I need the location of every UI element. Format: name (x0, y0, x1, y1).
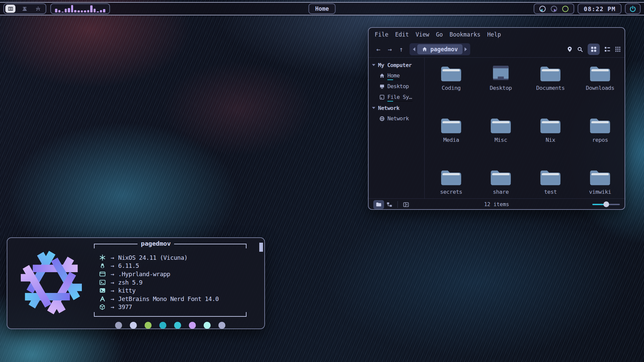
visualizer-bar (65, 9, 67, 12)
kernel-penguin-icon (100, 263, 105, 269)
fetch-value: .Hyprland-wrapp (118, 270, 170, 278)
frame-line (97, 244, 138, 244)
folder-icon (490, 168, 511, 186)
back-button[interactable]: ← (373, 44, 384, 55)
zoom-slider-knob[interactable] (603, 201, 609, 207)
breadcrumb-current[interactable]: pagedmov (417, 44, 463, 54)
fetch-line-packages: → 3977 (99, 303, 247, 311)
arrow-glyph: → (111, 279, 114, 286)
up-button[interactable]: ↑ (395, 44, 407, 55)
palette-dot (130, 322, 137, 329)
arrow-glyph: → (111, 287, 114, 294)
palette-dot (204, 322, 211, 329)
folder-label: Desktop (490, 85, 512, 91)
compact-view-icon (604, 46, 610, 52)
path-scroll-left-icon[interactable] (413, 47, 415, 51)
icon-view-button[interactable] (588, 44, 600, 55)
sidebar-section-my-computer[interactable]: My Computer (369, 60, 424, 70)
folder-label: test (544, 189, 557, 195)
power-icon (629, 5, 636, 12)
fetch-value: 3977 (118, 303, 132, 310)
thumbnail-view-button[interactable] (615, 47, 621, 52)
home-icon (379, 73, 385, 78)
folder-item[interactable]: Desktop (476, 60, 526, 112)
menu-bar: File Edit View Go Bookmarks Help (369, 28, 625, 41)
status-bar: 12 items (369, 198, 625, 210)
fetch-line-kernel: → 6.11.5 (99, 262, 247, 270)
window-manager-icon (99, 271, 106, 277)
location-pin-icon (567, 46, 573, 52)
folder-label: Documents (536, 85, 565, 91)
folder-label: Nix (546, 137, 555, 143)
menu-go[interactable]: Go (433, 30, 446, 39)
palette-dot (174, 322, 181, 329)
visualizer-bar (94, 9, 96, 12)
menu-edit[interactable]: Edit (392, 30, 412, 39)
compact-view-button[interactable] (604, 46, 610, 52)
arrow-glyph: → (111, 254, 114, 261)
section-label: Network (378, 105, 399, 111)
fastfetch-output: pagedmov → NixOS 24.11 (Vicuna) → 6.11.5 (94, 244, 247, 329)
visualizer-bar (74, 10, 76, 12)
folder-label: Misc (494, 137, 507, 143)
terminal-cursor (259, 243, 263, 252)
toolbar: ← → ↑ pagedmov (369, 41, 625, 58)
sidebar-item-filesystem[interactable]: File Sy… (369, 92, 424, 103)
folder-icon (441, 168, 462, 186)
fetch-footer-frame (94, 312, 247, 317)
breadcrumb-label: pagedmov (430, 46, 458, 53)
toolbar-right (567, 44, 621, 55)
workspace-switcher (3, 3, 46, 14)
search-button[interactable] (577, 47, 583, 52)
nixos-logo (15, 247, 87, 318)
section-label: My Computer (378, 62, 412, 68)
frame-corner (94, 244, 97, 248)
folder-item[interactable]: repos (575, 112, 625, 164)
terminal-window[interactable]: pagedmov → NixOS 24.11 (Vicuna) → 6.11.5 (7, 237, 265, 329)
visualizer-bar (103, 9, 105, 12)
location-pin-button[interactable] (567, 46, 573, 52)
power-button[interactable] (625, 3, 641, 14)
folder-item[interactable]: Media (426, 112, 476, 164)
frame-corner (243, 244, 247, 248)
palette-dot (159, 322, 166, 329)
visualizer-bar (77, 10, 80, 12)
audio-visualizer (50, 3, 110, 14)
zoom-slider[interactable] (592, 201, 620, 207)
expander-icon[interactable] (372, 64, 375, 66)
menu-file[interactable]: File (371, 30, 392, 39)
folder-label: secrets (440, 189, 462, 195)
desktop-icon (379, 84, 385, 89)
palette-dot (115, 322, 122, 329)
search-icon (577, 47, 583, 52)
folder-item[interactable]: Documents (526, 60, 575, 112)
forward-button[interactable]: → (384, 44, 395, 55)
folder-item[interactable]: Downloads (575, 60, 625, 112)
sidebar-item-desktop[interactable]: Desktop (369, 81, 424, 92)
arrow-glyph: → (111, 262, 114, 269)
workspace-5[interactable] (20, 5, 29, 13)
font-icon (99, 296, 106, 302)
folder-item[interactable]: Coding (426, 60, 476, 112)
path-scroll-right-icon[interactable] (465, 47, 467, 51)
folder-label: Coding (442, 85, 461, 91)
workspace-6[interactable] (34, 5, 42, 13)
network-icon (379, 116, 385, 121)
menu-view[interactable]: View (412, 30, 433, 39)
menu-bookmarks[interactable]: Bookmarks (446, 30, 484, 39)
visualizer-bar (68, 8, 70, 12)
folder-icon (441, 64, 462, 82)
folder-label: Media (443, 137, 459, 143)
file-manager-window: File Edit View Go Bookmarks Help ← → ↑ p… (368, 27, 625, 210)
workspace-4[interactable] (5, 5, 15, 13)
expander-icon[interactable] (372, 107, 375, 109)
fetch-value: 6.11.5 (118, 262, 139, 269)
sidebar-section-network[interactable]: Network (369, 103, 424, 113)
menu-help[interactable]: Help (484, 30, 504, 39)
active-window-title: Home (309, 3, 336, 14)
folder-item[interactable]: Misc (476, 112, 526, 164)
sidebar-item-home[interactable]: Home (369, 70, 424, 81)
folder-item[interactable]: Nix (526, 112, 575, 164)
sidebar-item-network[interactable]: Network (369, 113, 424, 124)
folder-icon (441, 116, 462, 134)
